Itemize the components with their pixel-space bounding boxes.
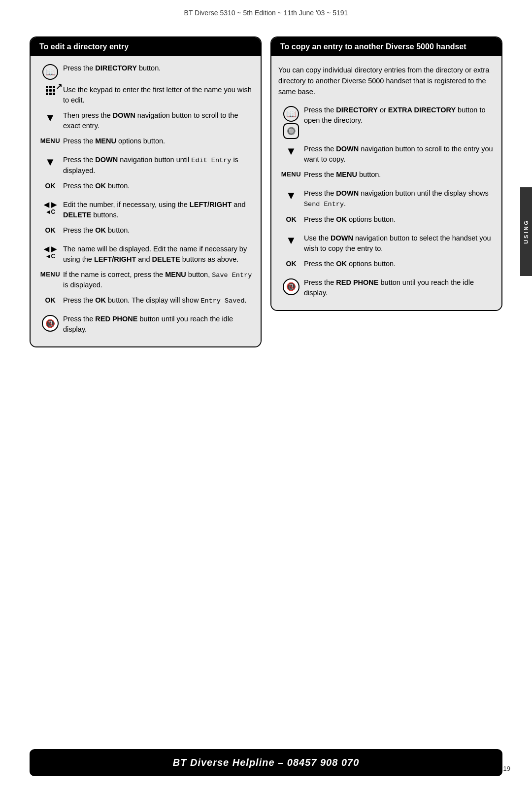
- menu-icon-1: MENU: [37, 136, 63, 144]
- menu-icon-2: MENU: [37, 270, 63, 278]
- right-step-7: OK Press the OK options button.: [278, 259, 495, 273]
- lr-arrows: ◀ ▶: [44, 201, 57, 209]
- right-step-4: ▼ Press the DOWN navigation button until…: [278, 188, 495, 209]
- phone-icon-r1: 📵: [278, 277, 304, 295]
- menu-label-r1: MENU: [281, 171, 301, 178]
- phone-icon-1: 📵: [37, 314, 63, 332]
- left-step-3-text: Then press the DOWN navigation button to…: [63, 110, 254, 131]
- right-step-2: ▼ Press the DOWN navigation button to sc…: [278, 144, 495, 165]
- right-step-6: ▼ Use the DOWN navigation button to sele…: [278, 233, 495, 254]
- left-step-12: 📵 Press the RED PHONE button until you r…: [37, 314, 254, 335]
- left-step-7: ◀ ▶ ◄C Edit the number, if necessary, us…: [37, 200, 254, 220]
- right-step-5-text: Press the OK options button.: [304, 214, 495, 225]
- book-extra-icon: 📖 🔘: [278, 105, 304, 139]
- right-step-4-text: Press the DOWN navigation button until t…: [304, 188, 495, 209]
- left-step-4: MENU Press the MENU options button.: [37, 136, 254, 150]
- right-intro-text: You can copy individual directory entrie…: [278, 63, 495, 100]
- keypad-arrow: ↗: [56, 82, 62, 91]
- left-step-2: ↗ Use the keypad to enter the first lett…: [37, 85, 254, 105]
- left-step-9-text: The name will be displayed. Edit the nam…: [63, 244, 254, 265]
- red-phone-icon-1: 📵: [42, 315, 59, 332]
- leftright-arrows-2: ◀ ▶ ◄C: [44, 245, 57, 260]
- down-arrow-r2: ▼: [286, 189, 297, 202]
- helpline-text: BT Diverse Helpline – 08457 908 070: [173, 757, 360, 768]
- main-content: To edit a directory entry 📖 Press the DI…: [0, 22, 532, 357]
- left-step-10-text: If the name is correct, press the MENU b…: [63, 270, 254, 291]
- left-panel-header: To edit a directory entry: [31, 37, 261, 56]
- left-step-10: MENU If the name is correct, press the M…: [37, 270, 254, 291]
- right-panel-body: You can copy individual directory entrie…: [271, 56, 501, 310]
- ok-icon-1: OK: [37, 181, 63, 190]
- left-panel: To edit a directory entry 📖 Press the DI…: [30, 36, 262, 347]
- right-step-3-text: Press the MENU button.: [304, 170, 495, 180]
- right-intro: You can copy individual directory entrie…: [278, 66, 489, 96]
- left-step-11-text: Press the OK button. The display will sh…: [63, 295, 254, 306]
- ok-label-1: OK: [45, 182, 56, 190]
- delete-label: ◄C: [45, 208, 56, 215]
- left-step-8: OK Press the OK button.: [37, 225, 254, 239]
- right-step-6-text: Use the DOWN navigation button to select…: [304, 233, 495, 254]
- book-icon-1: 📖: [37, 63, 63, 80]
- menu-label-2: MENU: [40, 271, 60, 278]
- left-step-4-text: Press the MENU options button.: [63, 136, 254, 146]
- down-arrow-2: ▼: [45, 156, 56, 169]
- directory-icon: 📖: [42, 64, 58, 80]
- down-arrow-r1: ▼: [286, 145, 297, 158]
- leftright-arrows: ◀ ▶ ◄C: [44, 201, 57, 216]
- ok-label-r1: OK: [286, 215, 297, 223]
- book-extra-pair: 📖 🔘: [283, 106, 299, 139]
- left-step-6: OK Press the OK button.: [37, 181, 254, 195]
- extra-dir-icon: 🔘: [283, 123, 299, 139]
- down-arrow-icon-r3: ▼: [278, 233, 304, 247]
- left-step-5-text: Press the DOWN navigation button until E…: [63, 155, 254, 176]
- down-arrow: ▼: [45, 111, 56, 124]
- left-step-3: ▼ Then press the DOWN navigation button …: [37, 110, 254, 131]
- left-step-5: ▼ Press the DOWN navigation button until…: [37, 155, 254, 176]
- right-step-8-text: Press the RED PHONE button until you rea…: [304, 277, 495, 298]
- left-step-8-text: Press the OK button.: [63, 225, 254, 236]
- left-step-7-text: Edit the number, if necessary, using the…: [63, 200, 254, 220]
- left-panel-title: To edit a directory entry: [39, 42, 129, 51]
- right-panel-header: To copy an entry to another Diverse 5000…: [271, 37, 501, 56]
- lr-arrows-2: ◀ ▶: [44, 245, 57, 253]
- down-arrow-icon-r2: ▼: [278, 188, 304, 202]
- ok-label-3: OK: [45, 296, 56, 304]
- right-step-7-text: Press the OK options button.: [304, 259, 495, 269]
- right-panel-title: To copy an entry to another Diverse 5000…: [280, 42, 466, 51]
- left-step-9: ◀ ▶ ◄C The name will be displayed. Edit …: [37, 244, 254, 265]
- menu-icon-r1: MENU: [278, 170, 304, 178]
- right-step-5: OK Press the OK options button.: [278, 214, 495, 228]
- left-panel-body: 📖 Press the DIRECTORY button. ↗: [31, 56, 261, 346]
- down-arrow-icon-1: ▼: [37, 110, 63, 124]
- sidebar-label: USING: [523, 219, 529, 244]
- keypad-icon-container: ↗: [37, 85, 63, 95]
- keypad-grid: [46, 86, 55, 95]
- directory-icon-r: 📖: [283, 106, 299, 122]
- ok-icon-r1: OK: [278, 214, 304, 223]
- down-arrow-icon-2: ▼: [37, 155, 63, 169]
- leftright-icon-1: ◀ ▶ ◄C: [37, 200, 63, 216]
- leftright-icon-2: ◀ ▶ ◄C: [37, 244, 63, 260]
- ok-label-r2: OK: [286, 260, 297, 268]
- delete-label-2: ◄C: [45, 253, 56, 260]
- right-step-1-text: Press the DIRECTORY or EXTRA DIRECTORY b…: [304, 105, 495, 126]
- down-arrow-icon-r1: ▼: [278, 144, 304, 158]
- left-step-1-text: Press the DIRECTORY button.: [63, 63, 254, 73]
- ok-icon-2: OK: [37, 225, 63, 234]
- left-step-6-text: Press the OK button.: [63, 181, 254, 191]
- down-arrow-r3: ▼: [286, 234, 297, 247]
- right-panel: To copy an entry to another Diverse 5000…: [270, 36, 502, 311]
- left-step-11: OK Press the OK button. The display will…: [37, 295, 254, 309]
- left-step-12-text: Press the RED PHONE button until you rea…: [63, 314, 254, 335]
- right-step-1: 📖 🔘 Press the DIRECTORY or EXTRA DIRECTO…: [278, 105, 495, 139]
- left-step-2-text: Use the keypad to enter the first letter…: [63, 85, 254, 105]
- right-step-2-text: Press the DOWN navigation button to scro…: [304, 144, 495, 165]
- page-num: 19: [503, 765, 510, 772]
- right-sidebar: USING: [520, 187, 532, 276]
- header-title: BT Diverse 5310 ~ 5th Edition ~ 11th Jun…: [184, 9, 348, 17]
- ok-icon-3: OK: [37, 295, 63, 304]
- left-step-1: 📖 Press the DIRECTORY button.: [37, 63, 254, 80]
- keypad-icon: ↗: [46, 86, 55, 95]
- red-phone-icon-r: 📵: [283, 278, 299, 295]
- ok-label-2: OK: [45, 226, 56, 234]
